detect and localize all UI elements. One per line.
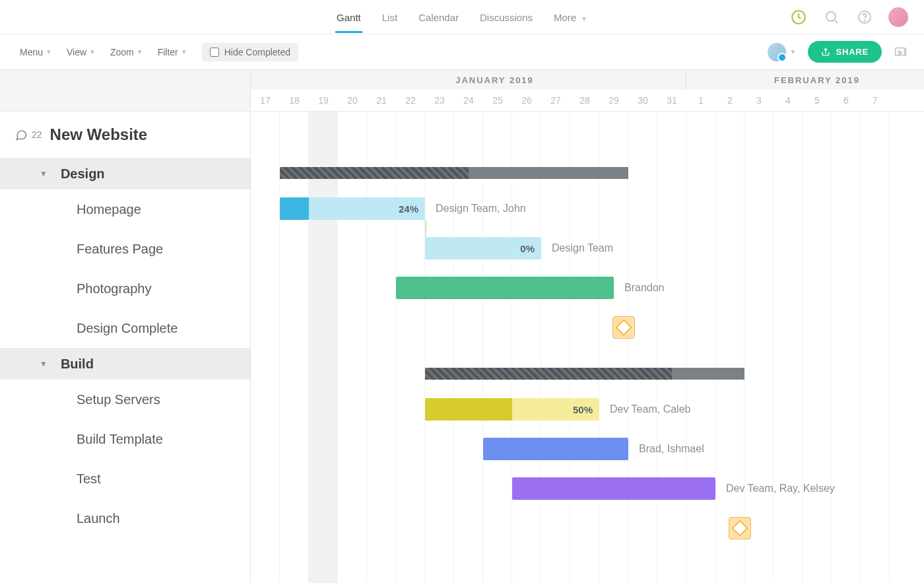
svg-point-3 [864, 20, 865, 20]
task-row[interactable]: Photography [0, 269, 250, 308]
share-button-label: SHARE [836, 47, 869, 57]
zoom-dropdown[interactable]: Zoom▼ [106, 43, 147, 61]
task-assignees: Dev Team, Caleb [610, 403, 690, 415]
toolbar: Menu▼ View▼ Zoom▼ Filter▼ Hide Completed… [0, 34, 924, 70]
task-row[interactable]: Build Template [0, 419, 250, 459]
summary-bar[interactable] [280, 167, 628, 179]
filter-dropdown[interactable]: Filter▼ [154, 43, 191, 61]
task-percent: 24% [399, 203, 418, 215]
day-label: 30 [628, 90, 657, 111]
group-name: Build [61, 357, 94, 372]
project-title[interactable]: New Website [50, 125, 148, 144]
task-row[interactable]: Homepage [0, 189, 250, 229]
gantt-row: Brandon [251, 269, 924, 308]
day-label: 31 [657, 90, 686, 111]
help-icon[interactable] [855, 8, 874, 26]
present-icon[interactable] [894, 45, 908, 59]
task-bar[interactable]: 0% [425, 237, 541, 259]
group-row[interactable]: ▼Design [0, 158, 250, 189]
summary-bar[interactable] [425, 368, 744, 380]
group-row[interactable]: ▼Build [0, 348, 250, 380]
comments-button[interactable]: 22 [15, 128, 42, 141]
day-label: 18 [280, 90, 309, 111]
day-label: 25 [483, 90, 512, 111]
gantt-row: Dev Team, Ray, Kelsey [251, 469, 924, 509]
day-label: 4 [774, 90, 803, 111]
hide-completed-checkbox[interactable] [210, 48, 219, 57]
gantt-row: Brad, Ishmael [251, 430, 924, 469]
timeline-header: JANUARY 2019FEBRUARY 2019 17181920212223… [0, 70, 924, 112]
task-row[interactable]: Setup Servers [0, 380, 250, 419]
tab-more[interactable]: More ▼ [552, 1, 589, 32]
task-assignees: Design Team, John [436, 203, 526, 215]
day-label: 3 [744, 90, 774, 111]
gantt-row: 0%Design Team [251, 229, 924, 269]
day-label: 28 [570, 90, 599, 111]
task-percent: 50% [573, 404, 593, 415]
milestone-marker[interactable] [729, 517, 751, 539]
day-label: 29 [599, 90, 628, 111]
search-icon[interactable] [822, 8, 841, 26]
day-label: 6 [832, 90, 861, 111]
tab-calendar[interactable]: Calendar [417, 1, 460, 32]
month-label: JANUARY 2019 [251, 70, 686, 90]
task-bar[interactable]: 24% [280, 197, 425, 220]
hide-completed-toggle[interactable]: Hide Completed [202, 43, 298, 61]
share-button[interactable]: SHARE [808, 41, 882, 63]
profile-avatar[interactable] [888, 7, 908, 27]
day-label: 5 [803, 90, 832, 111]
day-label: 21 [367, 90, 396, 111]
month-label: FEBRUARY 2019 [686, 70, 924, 90]
day-label: 22 [396, 90, 425, 111]
task-row[interactable]: Test [0, 459, 250, 498]
task-row[interactable]: Design Complete [0, 308, 250, 348]
day-label: 23 [425, 90, 454, 111]
day-label: 1 [686, 90, 715, 111]
gantt-row: 50%Dev Team, Caleb [251, 390, 924, 430]
day-label: 20 [338, 90, 367, 111]
task-assignees: Brad, Ishmael [639, 443, 704, 455]
menu-dropdown[interactable]: Menu▼ [16, 43, 56, 61]
tab-gantt[interactable]: Gantt [335, 1, 362, 32]
chevron-down-icon: ▼ [40, 169, 48, 178]
gantt-row [251, 509, 924, 549]
view-tabs: GanttListCalendarDiscussionsMore ▼ [335, 1, 589, 32]
gantt-chart[interactable]: 24%Design Team, John0%Design TeamBrandon… [251, 112, 924, 583]
gantt-row [251, 308, 924, 348]
content: 22 New Website ▼DesignHomepageFeatures P… [0, 112, 924, 583]
hide-completed-label: Hide Completed [224, 47, 290, 57]
task-assignees: Brandon [624, 282, 665, 294]
day-label: 26 [512, 90, 541, 111]
milestone-marker[interactable] [612, 316, 635, 339]
day-label: 27 [541, 90, 570, 111]
tab-discussions[interactable]: Discussions [478, 1, 534, 32]
task-percent: 0% [520, 243, 535, 254]
task-bar[interactable] [483, 438, 628, 460]
day-label: 19 [309, 90, 338, 111]
day-label: 7 [861, 90, 890, 111]
top-nav: GanttListCalendarDiscussionsMore ▼ [0, 0, 924, 34]
comment-count: 22 [32, 129, 42, 140]
tab-list[interactable]: List [381, 1, 399, 32]
svg-point-1 [826, 12, 836, 21]
chevron-down-icon: ▼ [40, 359, 48, 368]
task-bar[interactable] [512, 477, 715, 500]
task-assignees: Dev Team, Ray, Kelsey [726, 483, 835, 495]
gantt-row: 24%Design Team, John [251, 189, 924, 229]
day-label: 17 [251, 90, 280, 111]
task-bar[interactable]: 50% [425, 398, 599, 421]
user-avatar-icon [768, 43, 786, 61]
view-dropdown[interactable]: View▼ [63, 43, 100, 61]
task-list-sidebar: 22 New Website ▼DesignHomepageFeatures P… [0, 112, 251, 583]
assignee-filter-chip[interactable]: ▼ [768, 43, 797, 61]
task-row[interactable]: Launch [0, 498, 250, 538]
group-name: Design [61, 166, 105, 182]
day-label: 24 [454, 90, 483, 111]
time-icon[interactable] [789, 8, 808, 26]
task-bar[interactable] [396, 277, 614, 299]
day-label: 2 [715, 90, 744, 111]
task-row[interactable]: Features Page [0, 229, 250, 269]
task-assignees: Design Team [552, 242, 613, 254]
